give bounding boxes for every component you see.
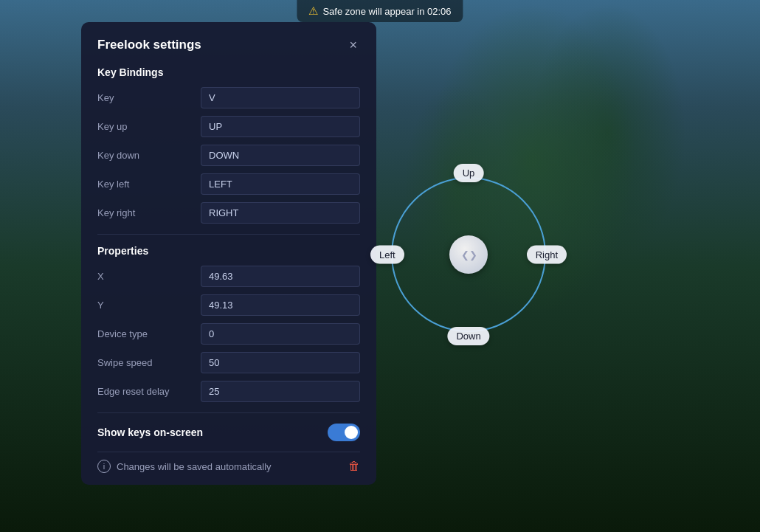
joystick-arrows-icon: ❮ ❯ bbox=[461, 249, 476, 260]
key-left-row: Key left bbox=[97, 173, 360, 195]
y-label: Y bbox=[97, 300, 201, 311]
swipe-speed-input[interactable] bbox=[201, 352, 360, 373]
swipe-speed-row: Swipe speed bbox=[97, 352, 360, 373]
divider-2 bbox=[97, 412, 360, 413]
key-up-input[interactable] bbox=[201, 116, 360, 137]
key-down-row: Key down bbox=[97, 145, 360, 166]
key-left-input[interactable] bbox=[201, 173, 360, 195]
panel-header: Freelook settings × bbox=[97, 37, 360, 53]
joystick-center[interactable]: ❮ ❯ bbox=[449, 235, 488, 274]
delete-icon[interactable]: 🗑 bbox=[348, 460, 360, 473]
direction-left-label: Left bbox=[370, 246, 404, 264]
toggle-slider bbox=[328, 424, 360, 441]
device-type-input[interactable] bbox=[201, 323, 360, 345]
edge-reset-row: Edge reset delay bbox=[97, 381, 360, 402]
properties-section: Properties X Y Device type Swipe speed E… bbox=[97, 245, 360, 402]
warning-bar: ⚠ Safe zone will appear in 02:06 bbox=[297, 0, 463, 22]
direction-up-label: Up bbox=[454, 164, 484, 182]
key-down-label: Key down bbox=[97, 150, 201, 161]
warning-text: Safe zone will appear in 02:06 bbox=[322, 6, 451, 17]
y-row: Y bbox=[97, 294, 360, 316]
x-label: X bbox=[97, 271, 201, 282]
divider-1 bbox=[97, 234, 360, 235]
key-field-row: Key bbox=[97, 87, 360, 108]
swipe-speed-label: Swipe speed bbox=[97, 357, 201, 368]
key-input[interactable] bbox=[201, 87, 360, 108]
properties-title: Properties bbox=[97, 245, 360, 257]
key-up-row: Key up bbox=[97, 116, 360, 137]
x-row: X bbox=[97, 266, 360, 287]
joystick-container: Up Down Left Right ❮ ❯ bbox=[391, 177, 546, 332]
key-right-label: Key right bbox=[97, 207, 201, 218]
show-keys-row: Show keys on-screen bbox=[97, 424, 360, 441]
key-right-input[interactable] bbox=[201, 202, 360, 224]
panel-title: Freelook settings bbox=[97, 38, 201, 52]
footer-row: i Changes will be saved automatically 🗑 bbox=[97, 452, 360, 473]
x-input[interactable] bbox=[201, 266, 360, 287]
key-label: Key bbox=[97, 92, 201, 103]
direction-right-label: Right bbox=[527, 246, 567, 264]
show-keys-toggle[interactable] bbox=[328, 424, 360, 441]
close-button[interactable]: × bbox=[346, 37, 360, 53]
show-keys-label: Show keys on-screen bbox=[97, 426, 203, 438]
key-right-row: Key right bbox=[97, 202, 360, 224]
info-icon: i bbox=[97, 460, 111, 473]
device-type-row: Device type bbox=[97, 323, 360, 345]
footer-text: Changes will be saved automatically bbox=[117, 461, 342, 472]
device-type-label: Device type bbox=[97, 328, 201, 339]
y-input[interactable] bbox=[201, 294, 360, 316]
key-left-label: Key left bbox=[97, 179, 201, 190]
warning-icon: ⚠ bbox=[308, 4, 318, 18]
direction-down-label: Down bbox=[447, 327, 489, 345]
edge-reset-input[interactable] bbox=[201, 381, 360, 402]
key-bindings-section: Key Bindings Key Key up Key down Key lef… bbox=[97, 66, 360, 224]
key-bindings-title: Key Bindings bbox=[97, 66, 360, 78]
key-down-input[interactable] bbox=[201, 145, 360, 166]
key-up-label: Key up bbox=[97, 121, 201, 132]
settings-panel: Freelook settings × Key Bindings Key Key… bbox=[81, 22, 376, 485]
edge-reset-label: Edge reset delay bbox=[97, 386, 201, 397]
